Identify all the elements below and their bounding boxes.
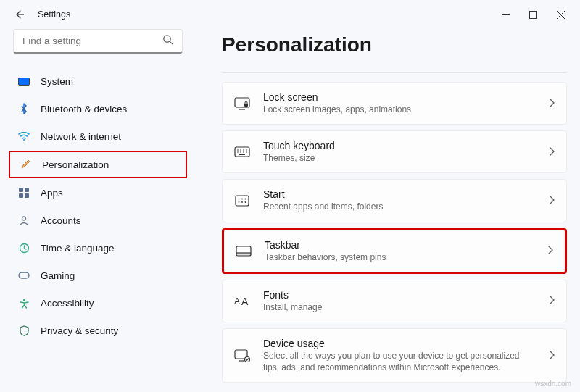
minimize-button[interactable] — [492, 4, 519, 25]
chevron-right-icon — [547, 244, 553, 257]
sidebar-item-privacy[interactable]: Privacy & security — [9, 317, 187, 343]
svg-point-15 — [240, 151, 241, 153]
svg-point-25 — [245, 201, 246, 203]
titlebar: Settings — [0, 0, 580, 29]
chevron-right-icon — [549, 97, 555, 110]
card-desc: Themes, size — [263, 152, 536, 164]
search-input[interactable] — [22, 36, 162, 46]
card-desc: Install, manage — [263, 301, 536, 313]
chevron-right-icon — [549, 146, 555, 159]
svg-point-16 — [243, 151, 244, 153]
page-heading: Personalization — [222, 33, 567, 57]
chevron-right-icon — [549, 349, 555, 362]
main-content: Personalization Lock screenLock screen i… — [196, 29, 580, 392]
sidebar-item-label: Accessibility — [41, 298, 94, 309]
svg-point-2 — [23, 139, 25, 141]
svg-point-20 — [239, 199, 240, 200]
close-icon — [557, 11, 565, 19]
svg-rect-27 — [236, 253, 251, 256]
sidebar-item-label: Network & internet — [41, 131, 121, 142]
svg-point-10 — [237, 149, 239, 151]
svg-point-11 — [240, 149, 241, 151]
sidebar-item-network[interactable]: Network & internet — [9, 123, 187, 149]
svg-rect-9 — [235, 147, 249, 157]
card-fonts[interactable]: AA FontsInstall, manage — [222, 280, 567, 322]
svg-text:A: A — [241, 296, 249, 307]
card-device-usage[interactable]: Device usageSelect all the ways you plan… — [222, 328, 567, 383]
sidebar-item-system[interactable]: System — [9, 68, 187, 94]
card-taskbar[interactable]: TaskbarTaskbar behaviors, system pins — [222, 228, 567, 274]
search-icon — [162, 34, 173, 48]
shield-icon — [17, 324, 30, 337]
paintbrush-icon — [19, 158, 32, 171]
svg-point-6 — [22, 299, 25, 301]
app-title: Settings — [38, 9, 70, 20]
card-desc: Taskbar behaviors, system pins — [265, 251, 534, 263]
sidebar-item-bluetooth[interactable]: Bluetooth & devices — [9, 96, 187, 122]
maximize-icon — [529, 11, 537, 19]
card-desc: Select all the ways you plan to use your… — [263, 350, 536, 373]
card-touch-keyboard[interactable]: Touch keyboardThemes, size — [222, 130, 567, 173]
sidebar-item-label: Apps — [41, 188, 63, 199]
sidebar-item-label: Time & language — [41, 243, 115, 254]
chevron-right-icon — [549, 294, 555, 307]
chevron-right-icon — [549, 194, 555, 207]
card-title: Taskbar — [265, 239, 534, 251]
fonts-icon: AA — [234, 293, 250, 309]
card-title: Fonts — [263, 289, 536, 301]
svg-point-14 — [237, 151, 239, 153]
svg-point-23 — [239, 201, 240, 203]
sidebar-item-label: System — [41, 76, 73, 87]
svg-rect-18 — [239, 154, 245, 156]
card-title: Lock screen — [263, 91, 536, 103]
svg-rect-0 — [529, 11, 536, 18]
sidebar-item-accounts[interactable]: Accounts — [9, 207, 187, 233]
close-button[interactable] — [547, 4, 574, 25]
arrow-left-icon — [13, 9, 25, 20]
svg-point-21 — [241, 199, 243, 200]
sidebar-item-label: Privacy & security — [41, 325, 118, 336]
accessibility-icon — [17, 296, 30, 309]
card-start[interactable]: StartRecent apps and items, folders — [222, 179, 567, 222]
card-desc: Recent apps and items, folders — [263, 201, 536, 212]
svg-point-17 — [246, 151, 247, 153]
person-icon — [17, 214, 30, 227]
card-title: Touch keyboard — [263, 140, 536, 151]
divider — [222, 72, 567, 73]
maximize-button[interactable] — [519, 4, 547, 25]
system-icon — [17, 75, 30, 88]
sidebar-item-label: Accounts — [41, 215, 81, 226]
device-usage-icon — [234, 348, 250, 364]
back-button[interactable] — [6, 1, 32, 28]
sidebar: System Bluetooth & devices Network & int… — [0, 29, 196, 392]
sidebar-item-accessibility[interactable]: Accessibility — [9, 290, 187, 316]
sidebar-item-personalization[interactable]: Personalization — [9, 151, 187, 178]
sidebar-item-gaming[interactable]: Gaming — [9, 262, 187, 288]
search-box[interactable] — [13, 29, 183, 54]
bluetooth-icon — [17, 102, 30, 115]
svg-point-3 — [22, 217, 26, 220]
sidebar-item-label: Bluetooth & devices — [41, 104, 127, 114]
gamepad-icon — [17, 269, 30, 282]
lock-screen-icon — [234, 96, 250, 112]
card-desc: Lock screen images, apps, animations — [263, 104, 536, 115]
svg-rect-19 — [236, 196, 249, 206]
svg-point-24 — [241, 201, 243, 203]
sidebar-item-apps[interactable]: Apps — [9, 180, 187, 206]
start-icon — [234, 193, 250, 209]
card-lock-screen[interactable]: Lock screenLock screen images, apps, ani… — [222, 82, 567, 125]
taskbar-icon — [236, 243, 252, 259]
svg-point-22 — [245, 199, 246, 200]
minimize-icon — [502, 11, 510, 19]
sidebar-item-time[interactable]: Time & language — [9, 235, 187, 261]
svg-point-1 — [164, 36, 170, 42]
sidebar-item-label: Gaming — [41, 270, 75, 281]
svg-rect-8 — [244, 104, 248, 107]
svg-point-12 — [243, 149, 244, 151]
svg-text:A: A — [234, 296, 240, 306]
sidebar-item-label: Personalization — [42, 159, 109, 170]
watermark: wsxdn.com — [535, 380, 571, 388]
keyboard-icon — [234, 144, 250, 160]
clock-icon — [17, 241, 30, 254]
card-title: Device usage — [263, 338, 536, 349]
